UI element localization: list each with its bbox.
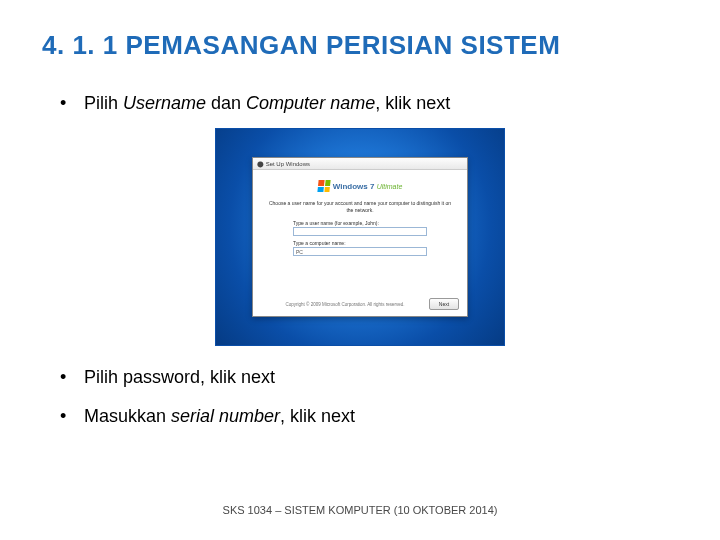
next-button[interactable]: Next (429, 298, 459, 310)
username-label: Type a user name (for example, John): (293, 220, 427, 226)
bullet-item-3: Masukkan serial number, klik next (60, 404, 678, 428)
bullet-list-bottom: Pilih password, klik next Masukkan seria… (60, 365, 678, 428)
windows-setup-desktop: ⬤ Set Up Windows Windows 7 Ultimate Choo… (216, 129, 504, 345)
slide-footer: SKS 1034 – SISTEM KOMPUTER (10 OKTOBER 2… (0, 504, 720, 516)
bullet-item-2: Pilih password, klik next (60, 365, 678, 389)
computername-input[interactable] (293, 247, 427, 256)
dialog-titlebar: ⬤ Set Up Windows (253, 158, 467, 170)
bullet-item-1: Pilih Username dan Computer name, klik n… (60, 91, 678, 115)
brand-version: 7 (370, 182, 374, 191)
windows-brand-text: Windows 7 Ultimate (333, 182, 403, 191)
text-italic: serial number (171, 406, 280, 426)
dialog-instruction: Choose a user name for your account and … (265, 200, 455, 214)
brand-name: Windows (333, 182, 368, 191)
section-heading: 4. 1. 1 PEMASANGAN PERISIAN SISTEM (42, 30, 678, 61)
username-input[interactable] (293, 227, 427, 236)
text: Masukkan (84, 406, 171, 426)
computername-label: Type a computer name: (293, 240, 427, 246)
text: , klik next (280, 406, 355, 426)
text-italic: Username (123, 93, 206, 113)
copyright-text: Copyright © 2009 Microsoft Corporation. … (261, 302, 429, 307)
text: Pilih (84, 93, 123, 113)
dialog-fields: Type a user name (for example, John): Ty… (293, 220, 427, 256)
windows-setup-dialog: ⬤ Set Up Windows Windows 7 Ultimate Choo… (252, 157, 468, 317)
embedded-screenshot: ⬤ Set Up Windows Windows 7 Ultimate Choo… (42, 129, 678, 345)
brand-edition: Ultimate (377, 183, 403, 190)
text-italic: Computer name (246, 93, 375, 113)
windows-flag-icon (317, 180, 330, 192)
text: dan (206, 93, 246, 113)
windows-logo-row: Windows 7 Ultimate (253, 180, 467, 192)
bullet-list-top: Pilih Username dan Computer name, klik n… (60, 91, 678, 115)
text: , klik next (375, 93, 450, 113)
